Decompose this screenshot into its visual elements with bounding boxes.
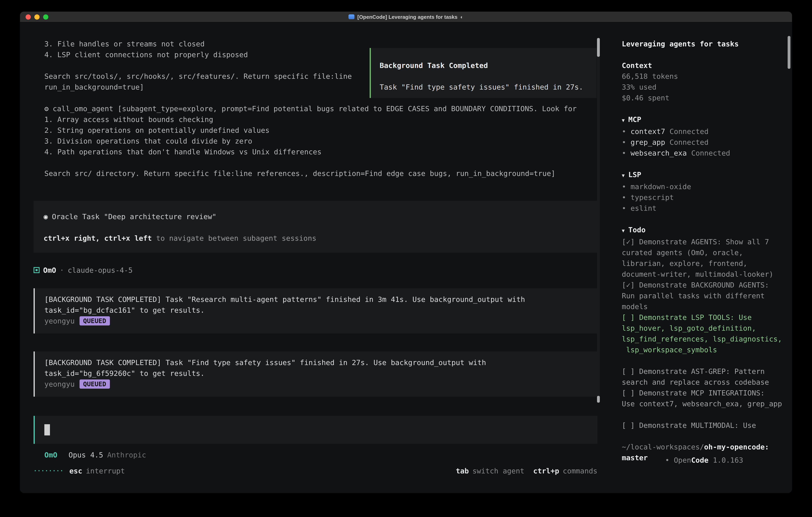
working-spinner-dots: ········ <box>34 465 64 476</box>
model-provider: Anthropic <box>107 450 146 460</box>
zoom-button[interactable] <box>43 14 48 19</box>
todo-item-pending: search and replace across codebase <box>622 377 785 387</box>
tool-call-line: 2. String operations on potentially unde… <box>34 125 598 136</box>
session-title: Leveraging agents for tasks <box>622 38 785 49</box>
close-button[interactable] <box>26 14 31 19</box>
session-sidebar: Leveraging agents for tasks Context 66,5… <box>612 22 792 493</box>
app-version: 1.0.163 <box>713 456 743 464</box>
status-badge: QUEUED <box>80 379 110 389</box>
todo-item-done: librarian, explore, frontend, <box>622 258 785 269</box>
todo-item-active: lsp_workspace_symbols <box>622 344 785 355</box>
todo-item-pending: Use context7, websearch_exa, grep_app <box>622 398 785 409</box>
message-author: yeongyu <box>45 379 75 389</box>
todo-heading[interactable]: ▼Todo <box>622 224 785 236</box>
todo-item-active: lsp_hover, lsp_goto_definition, <box>622 323 785 333</box>
todo-item-done: Run parallel tasks with different <box>622 290 785 301</box>
shortcut-keys: ctrl+x right, ctrl+x left <box>44 234 152 242</box>
ctrlp-key-label: commands <box>563 465 598 476</box>
todo-item-pending: [ ] Demonstrate AST-GREP: Pattern <box>622 366 785 377</box>
message-text: task_id="bg_dcfac161" to get results. <box>45 305 587 316</box>
todo-item-active: lsp_find_references, lsp_diagnostics, <box>622 333 785 344</box>
context-tokens: 66,518 tokens <box>622 71 785 82</box>
background-task-toast[interactable]: Background Task Completed Task "Find typ… <box>370 48 597 98</box>
todo-item-done: models <box>622 301 785 312</box>
chat-scrollbar-track[interactable] <box>597 38 600 403</box>
tool-call-line <box>34 157 598 168</box>
loading-spinner-icon: ◐ <box>460 11 464 22</box>
bullet-icon: • <box>622 149 626 157</box>
agent-name: OmO <box>43 265 56 275</box>
bullet-icon: • <box>622 204 626 212</box>
lsp-item: •markdown-oxide <box>622 181 785 192</box>
tool-call-line: 1. Array access without bounds checking <box>34 114 598 125</box>
sidebar-scrollbar-thumb[interactable] <box>788 36 790 69</box>
gear-icon: ⚙ <box>45 104 49 113</box>
current-model: Opus 4.5 <box>68 450 103 460</box>
toast-body: Task "Find type safety issues" finished … <box>380 82 589 92</box>
todo-item-done: [✓] Demonstrate AGENTS: Show all 7 <box>622 236 785 247</box>
minimize-button[interactable] <box>34 14 39 19</box>
fisheye-icon: ◉ <box>44 212 48 221</box>
current-agent: OmO <box>45 450 57 460</box>
tab-key-hint: tab <box>456 465 469 476</box>
subagent-nav-hint: ctrl+x right, ctrl+x left to navigate be… <box>44 233 587 244</box>
terminal-window: [OpenCode] Leveraging agents for tasks ◐… <box>20 11 792 493</box>
esc-key-label: interrupt <box>86 465 125 476</box>
scrollbar-thumb[interactable] <box>597 396 600 403</box>
collapse-triangle-icon: ▼ <box>622 173 625 178</box>
bullet-icon: • <box>665 456 670 464</box>
tool-call-line: Search src/ directory. Return specific f… <box>34 168 598 179</box>
todo-item-pending: [ ] Demonstrate MULTIMODAL: Use <box>622 420 785 431</box>
mcp-item: •grep_appConnected <box>622 137 785 147</box>
todo-item-pending: [ ] Demonstrate MCP INTEGRATIONS: <box>622 387 785 398</box>
mcp-item: •context7Connected <box>622 126 785 137</box>
window-title-area: [OpenCode] Leveraging agents for tasks ◐ <box>20 11 792 22</box>
window-titlebar[interactable]: [OpenCode] Leveraging agents for tasks ◐ <box>20 11 792 22</box>
todo-item-active: [ ] Demonstrate LSP TOOLS: Use <box>622 312 785 323</box>
bullet-icon: • <box>622 182 626 191</box>
agent-model: claude-opus-4-5 <box>68 265 133 275</box>
collapse-triangle-icon: ▼ <box>622 228 625 234</box>
mcp-heading[interactable]: ▼MCP <box>622 114 785 126</box>
esc-key-hint: esc <box>69 465 82 476</box>
app-version-footer: •OpenCode1.0.163 <box>622 444 743 476</box>
todo-item-done: document-writer, multimodal-looker) <box>622 269 785 279</box>
context-used: 33% used <box>622 82 785 92</box>
oracle-task-box: ◉Oracle Task "Deep architecture review" … <box>34 201 598 253</box>
tool-call-line: 3. Division operations that could divide… <box>34 136 598 146</box>
message-author: yeongyu <box>45 316 75 326</box>
folder-icon <box>348 15 354 19</box>
agent-header: OmO · claude-opus-4-5 <box>34 265 598 275</box>
message-text: [BACKGROUND TASK COMPLETED] Task "Find t… <box>45 357 587 368</box>
bullet-icon: • <box>622 127 626 136</box>
chat-scrollback: 3. File handles or streams not closed 4.… <box>20 22 612 493</box>
status-badge: QUEUED <box>80 316 110 325</box>
lsp-heading[interactable]: ▼LSP <box>622 169 785 181</box>
message-text: [BACKGROUND TASK COMPLETED] Task "Resear… <box>45 294 587 305</box>
toast-title: Background Task Completed <box>380 60 589 71</box>
scrollback-line: 3. File handles or streams not closed <box>34 38 598 49</box>
context-heading: Context <box>622 60 785 71</box>
message-meta: yeongyu QUEUED <box>45 316 587 326</box>
chat-pane: 3. File handles or streams not closed 4.… <box>20 22 612 493</box>
tab-key-label: switch agent <box>472 465 524 476</box>
message-block: [BACKGROUND TASK COMPLETED] Task "Find t… <box>34 351 598 397</box>
text-cursor <box>45 424 50 435</box>
collapse-triangle-icon: ▼ <box>622 117 625 123</box>
lsp-item: •typescript <box>622 192 785 203</box>
message-text: task_id="bg_6f59260c" to get results. <box>45 368 587 379</box>
window-title: [OpenCode] Leveraging agents for tasks <box>357 11 457 22</box>
traffic-lights <box>26 14 48 19</box>
lsp-item: •eslint <box>622 203 785 214</box>
oracle-task-title: ◉Oracle Task "Deep architecture review" <box>44 211 587 222</box>
ctrlp-key-hint: ctrl+p <box>533 465 559 476</box>
prompt-input[interactable] <box>34 416 598 444</box>
mcp-item: •websearch_exaConnected <box>622 147 785 158</box>
todo-item-done: [✓] Demonstrate BACKGROUND AGENTS: <box>622 279 785 290</box>
bullet-icon: • <box>622 138 626 146</box>
status-bar: ········ esc interrupt tab switch agent … <box>34 465 598 476</box>
bullet-icon: • <box>622 193 626 201</box>
editor-model-row: OmO Opus 4.5 Anthropic <box>34 450 598 460</box>
scrollbar-thumb[interactable] <box>597 38 600 57</box>
message-meta: yeongyu QUEUED <box>45 379 587 389</box>
